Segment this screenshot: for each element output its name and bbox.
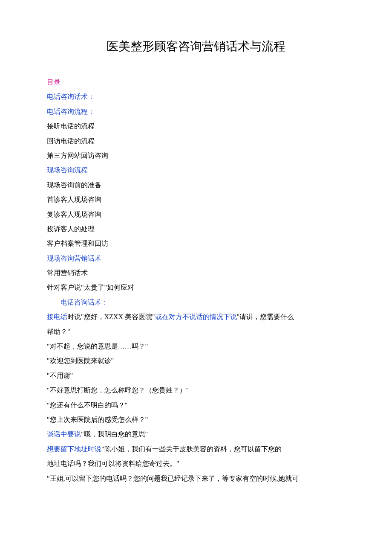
- phrase-prefix: 谈话中要说: [47, 430, 81, 438]
- body-text: 想要留下地址时说"陈小姐，我们有一些关于皮肤美容的资料，您可以留下您的: [47, 442, 345, 456]
- phrase-text: "哦，我明白您的意思": [81, 430, 148, 438]
- body-text: "您还有什么不明白的吗？": [47, 398, 345, 413]
- document-page: 医美整形顾客咨询营销话术与流程 目录 电话咨询话术： 电话咨询流程： 接听电话的…: [0, 0, 392, 511]
- phrase-prefix: 接电话: [47, 313, 67, 320]
- toc-item: 电话咨询话术：: [47, 90, 345, 104]
- body-text: "不好意思打断您，怎么称呼您？（您贵姓？）": [47, 383, 345, 398]
- body-text: 地址电话吗？我们可以将资料给您寄过去。": [47, 456, 345, 471]
- phrase-text: "请讲，您需要什么: [237, 313, 294, 320]
- toc-item: 针对客户说"太贵了"如何应对: [47, 280, 345, 295]
- toc-item: 第三方网站回访咨询: [47, 148, 345, 163]
- toc-item: 现场咨询营销话术: [47, 251, 345, 266]
- body-text: "不用谢": [47, 369, 345, 383]
- body-text: 帮助？": [47, 325, 345, 339]
- body-text: "欢迎您到医院来就诊": [47, 354, 345, 368]
- phrase-prefix: 想要留下地址时说: [47, 445, 101, 453]
- toc-item: 电话咨询流程：: [47, 105, 345, 119]
- toc-item: 复诊客人现场咨询: [47, 207, 345, 222]
- toc-item: 常用营销话术: [47, 266, 345, 280]
- phrase-text: 时说"您好，XZXX 美容医院": [67, 313, 155, 320]
- page-title: 医美整形顾客咨询营销话术与流程: [47, 38, 345, 55]
- body-text: 谈话中要说"哦，我明白您的意思": [47, 427, 345, 442]
- toc-item: 首诊客人现场咨询: [47, 192, 345, 207]
- toc-item: 现场咨询流程: [47, 163, 345, 177]
- toc-item: 回访电话的流程: [47, 134, 345, 148]
- body-text: 接电话时说"您好，XZXX 美容医院"或在对方不说话的情况下说"请讲，您需要什么: [47, 310, 345, 324]
- body-text: "王姐,可以留下您的电话吗？您的问题我已经记录下来了，等专家有空的时候,她就可: [47, 471, 345, 486]
- toc-item: 客户档案管理和回访: [47, 236, 345, 251]
- body-text: "对不起，您说的意思是……吗？": [47, 339, 345, 354]
- toc-item: 现场咨询前的准备: [47, 178, 345, 192]
- body-text: "您上次来医院后的感受怎么样？": [47, 413, 345, 427]
- toc-label: 目录: [47, 75, 345, 90]
- section-heading: 电话咨询话术：: [47, 295, 345, 310]
- toc-item: 投诉客人的处理: [47, 222, 345, 236]
- toc-item: 接听电话的流程: [47, 119, 345, 134]
- phrase-cond: 或在对方不说话的情况下说: [155, 313, 237, 320]
- phrase-text: "陈小姐，我们有一些关于皮肤美容的资料，您可以留下您的: [101, 445, 282, 453]
